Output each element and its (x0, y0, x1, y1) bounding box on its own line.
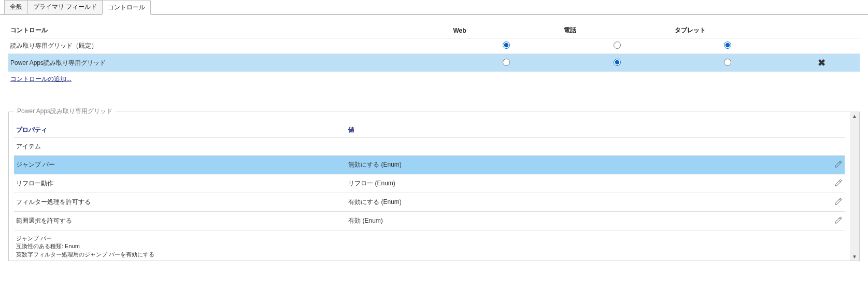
edit-cell (778, 212, 845, 230)
radio-web[interactable] (503, 42, 510, 49)
scroll-up-icon[interactable]: ▲ (852, 113, 857, 119)
col-control: コントロール (8, 23, 451, 38)
radio-tablet[interactable] (724, 59, 731, 66)
tab-1[interactable]: プライマリ フィールド (27, 0, 103, 14)
edit-cell (778, 156, 845, 174)
close-icon[interactable]: ✖ (818, 58, 826, 68)
pencil-icon[interactable] (834, 197, 843, 206)
radio-phone[interactable] (614, 59, 621, 66)
property-name: リフロー動作 (14, 174, 346, 193)
control-name: 読み取り専用グリッド（既定） (8, 38, 451, 54)
edit-cell (778, 138, 845, 156)
control-row[interactable]: Power Apps読み取り専用グリッド✖ (8, 54, 860, 72)
tab-bar: 全般プライマリ フィールドコントロール (0, 0, 868, 15)
footer-title: ジャンプ バー (16, 235, 843, 242)
radio-tablet[interactable] (724, 42, 731, 49)
pencil-icon[interactable] (834, 160, 843, 168)
pencil-icon[interactable] (834, 216, 843, 224)
col-property: プロパティ (14, 122, 346, 138)
property-description: ジャンプ バー 互換性のある種類: Enum 英数字フィルター処理用のジャンプ … (14, 230, 845, 258)
tab-0[interactable]: 全般 (4, 0, 28, 14)
radio-cell-web (451, 38, 562, 54)
delete-cell (783, 38, 860, 54)
property-value (346, 138, 778, 156)
scrollbar[interactable]: ▲ ▼ (850, 112, 859, 261)
property-name: ジャンプ バー (14, 156, 346, 174)
panel-legend: Power Apps読み取り専用グリッド (14, 107, 116, 116)
controls-table: コントロール Web 電話 タブレット 読み取り専用グリッド（既定）Power … (8, 23, 860, 72)
property-value: 有効 (Enum) (346, 212, 778, 230)
property-value: リフロー (Enum) (346, 174, 778, 193)
scroll-down-icon[interactable]: ▼ (852, 254, 857, 260)
col-phone: 電話 (562, 23, 673, 38)
col-delete (783, 23, 860, 38)
properties-table: プロパティ 値 アイテムジャンプ バー無効にする (Enum)リフロー動作リフロ… (14, 122, 845, 230)
radio-cell-tablet (673, 54, 784, 72)
property-panel: Power Apps読み取り専用グリッド プロパティ 値 アイテムジャンプ バー… (8, 112, 860, 261)
properties-tbody: アイテムジャンプ バー無効にする (Enum)リフロー動作リフロー (Enum)… (14, 138, 845, 230)
controls-section: コントロール Web 電話 タブレット 読み取り専用グリッド（既定）Power … (0, 15, 868, 91)
property-row[interactable]: アイテム (14, 138, 845, 156)
footer-desc: 英数字フィルター処理用のジャンプ バーを有効にする (16, 251, 843, 258)
radio-cell-phone (562, 38, 673, 54)
property-name: アイテム (14, 138, 346, 156)
radio-cell-phone (562, 54, 673, 72)
add-control-link[interactable]: コントロールの追加... (8, 72, 74, 87)
property-row[interactable]: 範囲選択を許可する有効 (Enum) (14, 212, 845, 230)
property-row[interactable]: ジャンプ バー無効にする (Enum) (14, 156, 845, 174)
edit-cell (778, 193, 845, 212)
property-name: 範囲選択を許可する (14, 212, 346, 230)
delete-cell: ✖ (783, 54, 860, 72)
radio-cell-tablet (673, 38, 784, 54)
footer-type: 互換性のある種類: Enum (16, 242, 843, 250)
control-name: Power Apps読み取り専用グリッド (8, 54, 451, 72)
property-value: 有効にする (Enum) (346, 193, 778, 212)
radio-phone[interactable] (614, 42, 621, 49)
radio-cell-web (451, 54, 562, 72)
pencil-icon[interactable] (834, 179, 843, 187)
col-web: Web (451, 23, 562, 38)
col-tablet: タブレット (673, 23, 784, 38)
edit-cell (778, 174, 845, 193)
tab-2[interactable]: コントロール (102, 1, 151, 15)
property-value: 無効にする (Enum) (346, 156, 778, 174)
radio-web[interactable] (503, 59, 510, 66)
property-row[interactable]: フィルター処理を許可する有効にする (Enum) (14, 193, 845, 212)
col-value: 値 (346, 122, 778, 138)
controls-tbody: 読み取り専用グリッド（既定）Power Apps読み取り専用グリッド✖ (8, 38, 860, 72)
col-edit (778, 122, 845, 138)
property-name: フィルター処理を許可する (14, 193, 346, 212)
property-row[interactable]: リフロー動作リフロー (Enum) (14, 174, 845, 193)
control-row[interactable]: 読み取り専用グリッド（既定） (8, 38, 860, 54)
